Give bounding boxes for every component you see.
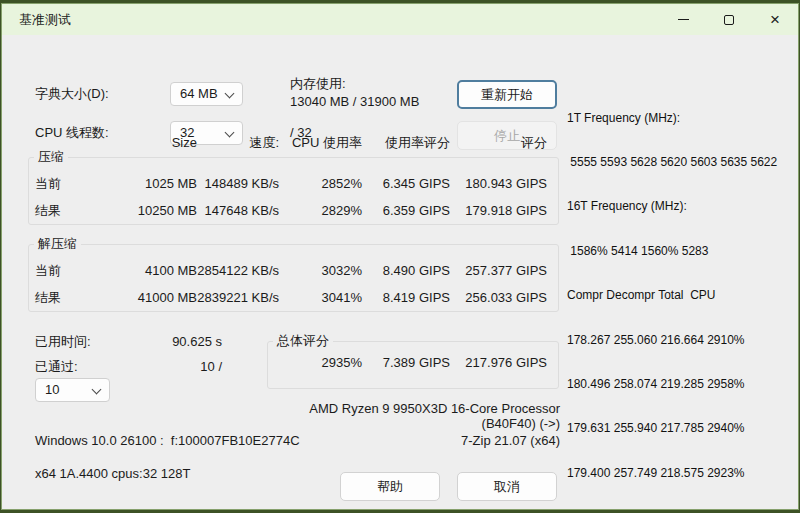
- cell-size: 4100 MB: [99, 257, 197, 284]
- cell-rating: 256.033 GIPS: [450, 284, 547, 311]
- dialog-content: 字典大小(D): 64 MB 内存使用: 13040 MB / 31900 MB…: [2, 35, 798, 510]
- cell-size: 41000 MB: [99, 284, 197, 311]
- passes-label: 已通过:: [35, 354, 135, 380]
- window-controls: ×: [660, 4, 798, 35]
- total-usage-rating: 7.389 GIPS: [362, 350, 450, 376]
- cell-rating: 180.943 GIPS: [450, 170, 547, 197]
- cell-cpu-usage: 2852%: [279, 170, 362, 197]
- cell-rating: 257.377 GIPS: [450, 257, 547, 284]
- dictionary-size-select[interactable]: 64 MB: [170, 82, 243, 106]
- window-title: 基准测试: [2, 11, 71, 29]
- compression-group: 压缩 当前 1025 MB 148489 KB/s 2852% 6.345 GI…: [28, 157, 559, 225]
- elapsed-time-value: 90.625 s: [135, 329, 222, 355]
- log-line: 1T Frequency (MHz):: [567, 111, 799, 126]
- table-row: 结果 10250 MB 147648 KB/s 2829% 6.359 GIPS…: [29, 197, 558, 224]
- elapsed-time-label: 已用时间:: [35, 329, 135, 355]
- cancel-button[interactable]: 取消: [457, 472, 557, 501]
- close-icon: ×: [770, 11, 780, 28]
- table-row: 结果 41000 MB 2839221 KB/s 3041% 8.419 GIP…: [29, 284, 558, 311]
- total-rating: 217.976 GIPS: [450, 350, 547, 376]
- log-line: Compr Decompr Total CPU: [567, 288, 799, 303]
- cell-usage-rating: 6.359 GIPS: [362, 197, 450, 224]
- benchmark-log: 1T Frequency (MHz): 5555 5593 5628 5620 …: [567, 81, 799, 510]
- cell-usage-rating: 8.419 GIPS: [362, 284, 450, 311]
- dictionary-size-label: 字典大小(D):: [35, 82, 109, 106]
- cell-cpu-usage: 3032%: [279, 257, 362, 284]
- minimize-button[interactable]: [660, 4, 706, 35]
- header-usage-rating: 使用率评分: [362, 130, 450, 156]
- header-cpu-usage: CPU 使用率: [279, 130, 362, 156]
- row-label: 结果: [29, 284, 99, 311]
- results-table-header: Size 速度: CPU 使用率 使用率评分 评分: [29, 130, 547, 156]
- log-line: 180.496 258.074 219.285 2958%: [567, 377, 799, 392]
- total-rating-group: 总体评分 2935% 7.389 GIPS 217.976 GIPS: [267, 341, 559, 389]
- log-line: 5555 5593 5628 5620 5603 5635 5622: [567, 155, 799, 170]
- memory-usage-value: 13040 MB / 31900 MB: [290, 93, 419, 111]
- table-row: 当前 4100 MB 2854122 KB/s 3032% 8.490 GIPS…: [29, 257, 558, 284]
- maximize-button[interactable]: [706, 4, 752, 35]
- log-line: 178.267 255.060 216.664 2910%: [567, 333, 799, 348]
- passes-row: 已通过: 10 /: [35, 354, 222, 380]
- log-line: 179.400 257.749 218.575 2923%: [567, 466, 799, 481]
- decompression-group: 解压缩 当前 4100 MB 2854122 KB/s 3032% 8.490 …: [28, 244, 559, 312]
- header-rating: 评分: [450, 130, 547, 156]
- compression-group-title: 压缩: [34, 148, 68, 166]
- cell-speed: 2839221 KB/s: [197, 284, 279, 311]
- passes-value: 10 /: [135, 354, 222, 380]
- total-rating-title: 总体评分: [273, 332, 333, 350]
- chevron-down-icon: [92, 385, 102, 395]
- header-speed: 速度:: [197, 130, 279, 156]
- restart-button[interactable]: 重新开始: [457, 80, 557, 109]
- maximize-icon: [724, 15, 734, 25]
- total-cpu-usage: 2935%: [268, 350, 362, 376]
- log-line: 1586% 5414 1560% 5283: [567, 244, 799, 259]
- elapsed-time-row: 已用时间: 90.625 s: [35, 329, 222, 355]
- passes-count-value: 10: [45, 382, 59, 397]
- cell-usage-rating: 6.345 GIPS: [362, 170, 450, 197]
- cell-speed: 148489 KB/s: [197, 170, 279, 197]
- row-label: 当前: [29, 170, 99, 197]
- passes-count-select[interactable]: 10: [35, 378, 110, 402]
- arch-info-text: x64 1A.4400 cpus:32 128T: [35, 467, 190, 481]
- cell-cpu-usage: 3041%: [279, 284, 362, 311]
- cell-rating: 179.918 GIPS: [450, 197, 547, 224]
- minimize-icon: [678, 19, 689, 20]
- cell-speed: 2854122 KB/s: [197, 257, 279, 284]
- app-version-text: 7-Zip 21.07 (x64): [260, 434, 560, 448]
- header-size: Size: [99, 130, 197, 156]
- help-button[interactable]: 帮助: [340, 472, 440, 501]
- cpu-id-text: (B40F40) (->): [260, 417, 560, 431]
- benchmark-dialog: 基准测试 × 字典大小(D): 64 MB 内存使用: 13040 MB / 3…: [1, 3, 799, 510]
- cell-cpu-usage: 2829%: [279, 197, 362, 224]
- row-label: 当前: [29, 257, 99, 284]
- close-button[interactable]: ×: [752, 4, 798, 35]
- memory-usage-label: 内存使用:: [290, 75, 346, 93]
- log-line: 179.631 255.940 217.785 2940%: [567, 421, 799, 436]
- cell-speed: 147648 KB/s: [197, 197, 279, 224]
- cpu-name-text: AMD Ryzen 9 9950X3D 16-Core Processor: [260, 402, 560, 416]
- cell-size: 1025 MB: [99, 170, 197, 197]
- chevron-down-icon: [225, 89, 235, 99]
- log-line: 16T Frequency (MHz):: [567, 199, 799, 214]
- dictionary-size-value: 64 MB: [180, 86, 218, 101]
- table-row: 当前 1025 MB 148489 KB/s 2852% 6.345 GIPS …: [29, 170, 558, 197]
- decompression-group-title: 解压缩: [34, 235, 81, 253]
- cell-usage-rating: 8.490 GIPS: [362, 257, 450, 284]
- title-bar: 基准测试 ×: [2, 4, 798, 35]
- cell-size: 10250 MB: [99, 197, 197, 224]
- row-label: 结果: [29, 197, 99, 224]
